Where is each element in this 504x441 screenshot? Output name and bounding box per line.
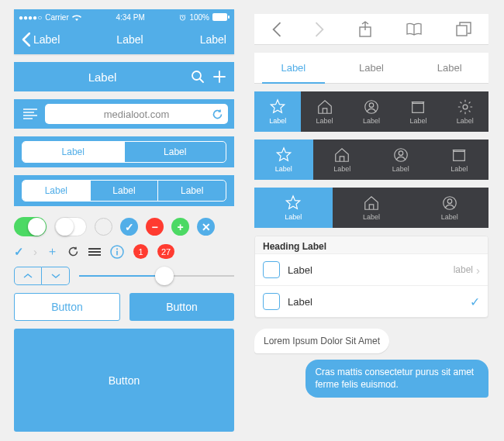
reload-icon[interactable] <box>212 109 223 120</box>
stepper-up[interactable] <box>14 267 42 285</box>
svg-rect-11 <box>413 103 424 112</box>
signal-icon: ●●●●○ <box>19 13 42 22</box>
list-row-1[interactable]: Label label› <box>255 253 488 285</box>
tab5-4[interactable]: Label <box>442 91 488 132</box>
stepper <box>14 267 70 285</box>
url-field[interactable]: medialoot.com <box>45 104 228 124</box>
nav-title: Label <box>116 33 143 46</box>
button-wide[interactable]: Button <box>14 329 234 432</box>
tab-bar-3: Label Label Label <box>254 188 488 228</box>
browser-toolbar <box>254 14 488 45</box>
plus-dot-icon[interactable]: + <box>171 218 189 236</box>
segmented-3-wrap: Label Label Label <box>14 175 234 206</box>
texttab-2[interactable]: Label <box>410 53 488 83</box>
seg3-item-0[interactable]: Label <box>22 181 91 201</box>
seg3-item-1[interactable]: Label <box>91 181 159 201</box>
tab4-1[interactable]: Label <box>313 140 372 180</box>
svg-rect-2 <box>228 16 230 19</box>
forward-icon[interactable] <box>315 22 325 37</box>
list-row-1-title: Label <box>288 264 446 276</box>
svg-point-12 <box>463 105 468 109</box>
minus-dot-icon[interactable]: − <box>146 218 164 236</box>
list-row-2[interactable]: Label ✓ <box>255 285 488 317</box>
check-icon[interactable]: ✓ <box>14 245 24 259</box>
list-row-1-trail: label› <box>454 264 480 277</box>
title-bar-label: Label <box>22 71 183 84</box>
alarm-icon <box>179 14 186 21</box>
tab3-0[interactable]: Label <box>254 188 333 228</box>
svg-point-3 <box>192 71 201 80</box>
segmented-2-wrap: Label Label <box>14 136 234 167</box>
svg-point-14 <box>399 151 403 156</box>
segmented-control-3: Label Label Label <box>22 180 226 202</box>
chat: Lorem Ipsum Dolor Sit Amet Cras mattis c… <box>254 329 488 398</box>
status-bar: ●●●●○ Carrier 4:34 PM 100% <box>14 9 234 25</box>
time-label: 4:34 PM <box>116 13 144 22</box>
svg-point-17 <box>447 199 452 204</box>
switch-off[interactable] <box>54 217 87 236</box>
tab4-3[interactable]: Label <box>430 140 489 180</box>
seg2-item-0[interactable]: Label <box>22 142 125 162</box>
controls-row-1: ✓ − + ✕ <box>14 217 234 236</box>
plus-small-icon[interactable]: ＋ <box>47 244 58 259</box>
switch-on[interactable] <box>14 217 47 236</box>
chevron-left-icon <box>22 33 30 47</box>
bubble-incoming: Lorem Ipsum Dolor Sit Amet <box>254 329 389 353</box>
chevron-right-icon: › <box>476 264 480 277</box>
badge-1: 1 <box>133 244 148 259</box>
title-bar: Label <box>14 62 234 91</box>
tab5-1[interactable]: Label <box>301 91 347 132</box>
radio-empty[interactable] <box>95 218 112 236</box>
tab4-2[interactable]: Label <box>371 140 430 180</box>
button-row: Button Button <box>14 293 234 321</box>
nav-back-button[interactable]: Label <box>22 33 60 47</box>
tab3-1[interactable]: Label <box>333 188 411 228</box>
phone-header: ●●●●○ Carrier 4:34 PM 100% Label Label L… <box>14 9 234 54</box>
menu-icon[interactable] <box>88 248 101 256</box>
slider-thumb[interactable] <box>155 267 174 285</box>
button-outline[interactable]: Button <box>14 293 120 321</box>
svg-rect-8 <box>457 26 467 36</box>
chevron-right-icon[interactable]: › <box>33 245 37 258</box>
nav-bar: Label Label Label <box>14 25 234 54</box>
svg-rect-1 <box>212 13 227 21</box>
icons-row: ✓ › ＋ 1 27 <box>14 244 234 259</box>
stepper-down[interactable] <box>42 267 70 285</box>
info-icon[interactable] <box>110 245 124 259</box>
url-text: medialoot.com <box>104 109 170 120</box>
check-dot-icon[interactable]: ✓ <box>120 218 138 236</box>
bubble-outgoing: Cras mattis consectetur purus sit amet f… <box>306 360 488 397</box>
search-icon[interactable] <box>191 70 205 84</box>
tab3-2[interactable]: Label <box>410 188 488 228</box>
tab5-2[interactable]: Label <box>348 91 395 132</box>
checkbox-empty-2[interactable] <box>263 293 280 310</box>
checkbox-empty[interactable] <box>263 261 280 278</box>
tab5-3[interactable]: Label <box>395 91 441 132</box>
texttab-0[interactable]: Label <box>254 53 333 83</box>
stepper-slider-row <box>14 267 234 285</box>
svg-point-5 <box>116 248 118 250</box>
battery-icon <box>212 13 230 21</box>
share-icon[interactable] <box>358 21 372 38</box>
svg-rect-6 <box>116 250 118 255</box>
plus-icon[interactable] <box>212 70 226 84</box>
close-dot-icon[interactable]: ✕ <box>197 218 215 236</box>
list-row-2-title: Label <box>288 296 462 308</box>
slider[interactable] <box>79 267 234 285</box>
nav-right-button[interactable]: Label <box>200 33 226 46</box>
tab4-0[interactable]: Label <box>254 140 313 180</box>
badge-27: 27 <box>157 244 174 259</box>
refresh-icon[interactable] <box>67 246 79 257</box>
back-icon[interactable] <box>271 22 281 37</box>
book-icon[interactable] <box>406 22 423 36</box>
tab5-0[interactable]: Label <box>254 91 301 132</box>
tabs-icon[interactable] <box>456 22 471 37</box>
list-icon[interactable] <box>20 104 40 124</box>
texttab-1[interactable]: Label <box>333 53 411 83</box>
text-tabs: Label Label Label <box>254 53 488 84</box>
seg2-item-1[interactable]: Label <box>125 142 226 162</box>
button-fill[interactable]: Button <box>129 293 234 321</box>
list-row-2-check: ✓ <box>470 295 480 309</box>
seg3-item-2[interactable]: Label <box>158 181 226 201</box>
nav-back-label: Label <box>33 33 60 46</box>
